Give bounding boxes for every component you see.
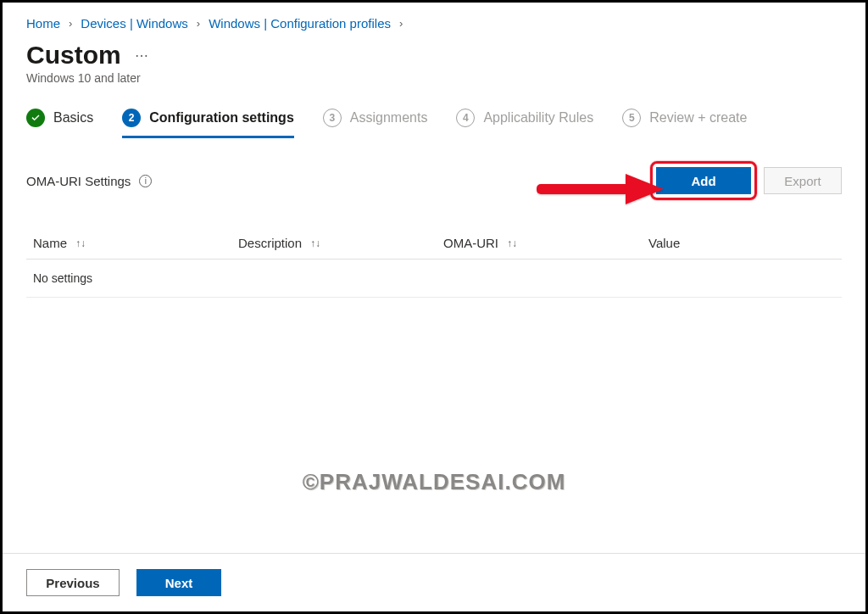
step-applicability-rules[interactable]: 4 Applicability Rules — [456, 109, 593, 138]
breadcrumb-link-home[interactable]: Home — [26, 16, 60, 31]
chevron-right-icon: › — [197, 17, 200, 30]
sort-icon: ↑↓ — [310, 237, 320, 249]
add-button[interactable]: Add — [656, 167, 751, 194]
step-label: Configuration settings — [149, 110, 294, 126]
breadcrumb: Home › Devices | Windows › Windows | Con… — [26, 16, 842, 31]
column-header-name[interactable]: Name ↑↓ — [33, 236, 238, 250]
step-label: Applicability Rules — [483, 110, 593, 126]
step-label: Basics — [53, 110, 93, 126]
step-number-badge: 4 — [456, 109, 475, 127]
annotation-highlight: Add — [650, 161, 757, 200]
export-button[interactable]: Export — [764, 167, 842, 194]
wizard-footer: Previous Next — [3, 553, 865, 611]
step-number-badge: 2 — [122, 109, 141, 127]
checkmark-icon — [26, 109, 45, 127]
column-header-description[interactable]: Description ↑↓ — [238, 236, 443, 250]
info-icon[interactable]: i — [139, 175, 152, 187]
step-configuration-settings[interactable]: 2 Configuration settings — [122, 109, 294, 138]
step-assignments[interactable]: 3 Assignments — [323, 109, 428, 138]
step-label: Review + create — [649, 110, 747, 126]
step-number-badge: 5 — [622, 109, 641, 127]
column-header-oma-uri[interactable]: OMA-URI ↑↓ — [443, 236, 648, 250]
sort-icon: ↑↓ — [75, 237, 86, 249]
column-label: OMA-URI — [443, 236, 498, 250]
step-label: Assignments — [350, 110, 428, 126]
next-button[interactable]: Next — [136, 569, 221, 596]
column-label: Description — [238, 236, 302, 250]
step-review-create[interactable]: 5 Review + create — [622, 109, 747, 138]
step-basics[interactable]: Basics — [26, 109, 93, 138]
chevron-right-icon: › — [399, 17, 403, 30]
oma-uri-table: Name ↑↓ Description ↑↓ OMA-URI ↑↓ Value … — [26, 227, 842, 298]
chevron-right-icon: › — [69, 17, 72, 30]
column-header-value[interactable]: Value — [648, 236, 835, 250]
breadcrumb-link-config-profiles[interactable]: Windows | Configuration profiles — [209, 16, 391, 31]
table-empty-state: No settings — [26, 260, 842, 298]
step-number-badge: 3 — [323, 109, 342, 127]
breadcrumb-link-devices[interactable]: Devices | Windows — [81, 16, 187, 31]
page-title: Custom — [26, 41, 121, 70]
section-heading: OMA-URI Settings — [26, 174, 131, 188]
column-label: Value — [648, 236, 680, 250]
previous-button[interactable]: Previous — [26, 569, 120, 596]
page-subtitle: Windows 10 and later — [26, 71, 842, 85]
sort-icon: ↑↓ — [507, 237, 517, 249]
more-actions-icon[interactable]: ⋯ — [135, 47, 150, 64]
wizard-stepper: Basics 2 Configuration settings 3 Assign… — [26, 109, 842, 139]
column-label: Name — [33, 236, 67, 250]
